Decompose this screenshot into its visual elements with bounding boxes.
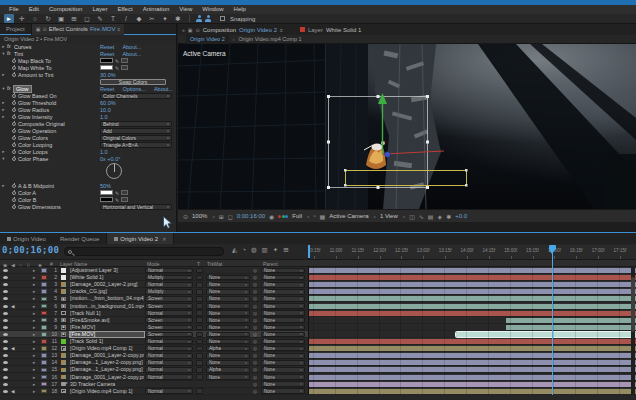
- expand-arrow-icon[interactable]: ▸: [33, 389, 35, 394]
- layer-label-swatch[interactable]: [41, 353, 47, 358]
- twirl-icon[interactable]: ▸: [0, 100, 7, 105]
- composition-viewport[interactable]: Active Camera: [178, 44, 636, 209]
- preserve-transparency-toggle[interactable]: [196, 289, 203, 295]
- layer-row-1[interactable]: ▸1[Adjustment Layer 3]Normal˅◎None˅: [0, 267, 636, 274]
- visibility-eye-icon[interactable]: [3, 290, 8, 293]
- layer-row-11[interactable]: ▸11[Track Solid 1]Normal˅None˅◎None˅: [0, 338, 636, 345]
- layer-label-swatch[interactable]: [41, 339, 47, 344]
- layer-row-13[interactable]: ▸13[Damage_0001_Layer-2-copy.png]Normal˅…: [0, 352, 636, 359]
- preserve-transparency-toggle[interactable]: [196, 346, 203, 352]
- color-swatch[interactable]: [100, 190, 113, 195]
- layer-label-swatch[interactable]: [41, 375, 47, 380]
- layer-name[interactable]: 3D Tracker Camera: [70, 382, 144, 388]
- transparency-grid-icon[interactable]: ▦: [320, 213, 326, 220]
- preserve-transparency-toggle[interactable]: [196, 374, 203, 380]
- parent-select[interactable]: None˅: [261, 360, 305, 366]
- blend-mode-select[interactable]: Screen˅: [145, 325, 193, 331]
- parent-select[interactable]: None˅: [261, 289, 305, 295]
- stopwatch-icon[interactable]: [12, 129, 16, 133]
- layer-duration-bar[interactable]: [309, 289, 636, 294]
- panel-menu-icon[interactable]: ≡: [118, 26, 121, 32]
- stopwatch-icon[interactable]: [12, 59, 16, 63]
- layer-row-4[interactable]: ▸4[cracks_CG.jpg]Multiply˅None˅◎None˅: [0, 288, 636, 295]
- expand-arrow-icon[interactable]: ▸: [33, 296, 35, 301]
- view-layout-select[interactable]: 1 View: [380, 213, 398, 219]
- preserve-transparency-toggle[interactable]: [196, 339, 203, 345]
- layer-label-swatch[interactable]: [41, 282, 47, 287]
- track-matte-select[interactable]: None˅: [206, 275, 250, 281]
- layer-track[interactable]: [308, 374, 636, 381]
- visibility-eye-icon[interactable]: [3, 276, 8, 279]
- z-axis-handle[interactable]: [385, 152, 391, 158]
- expand-arrow-icon[interactable]: ▸: [33, 360, 35, 365]
- stopwatch-icon[interactable]: [12, 184, 16, 188]
- effect-name[interactable]: Tint: [14, 51, 23, 57]
- menu-effect[interactable]: Effect: [112, 5, 137, 14]
- property-dropdown[interactable]: Triangle A>B>A˅: [100, 142, 172, 148]
- timeline-scrollbar[interactable]: [631, 267, 635, 395]
- expand-arrow-icon[interactable]: ▸: [33, 332, 35, 337]
- parent-pickwhip-icon[interactable]: ◎: [253, 367, 257, 372]
- mask-shape-tool-icon[interactable]: ◻: [82, 14, 92, 23]
- options-link[interactable]: Options...: [122, 86, 146, 92]
- fast-preview-icon[interactable]: ∿: [419, 213, 424, 220]
- layer-name[interactable]: [White Solid 1]: [70, 275, 144, 281]
- parent-pickwhip-icon[interactable]: ◎: [253, 304, 257, 309]
- eyedropper-icon[interactable]: ✎: [115, 197, 119, 203]
- stopwatch-icon[interactable]: [12, 143, 16, 147]
- blend-mode-select[interactable]: Normal˅: [145, 367, 193, 373]
- exposure-value[interactable]: +0.0: [455, 213, 467, 219]
- parent-pickwhip-icon[interactable]: ◎: [253, 332, 257, 337]
- layer-track[interactable]: [308, 303, 636, 310]
- track-matte-select[interactable]: None˅: [206, 339, 250, 345]
- parent-select[interactable]: None˅: [261, 268, 305, 274]
- layer-row-2[interactable]: ▸2[White Solid 1]Multiply˅None˅◎None˅: [0, 274, 636, 281]
- expand-arrow-icon[interactable]: ▸: [33, 282, 35, 287]
- layer-row-12[interactable]: ◀▸12[Origin Video.mp4 Comp 1]Normal˅Alph…: [0, 345, 636, 352]
- layer-label-swatch[interactable]: [41, 268, 47, 273]
- twirl-icon[interactable]: ▾: [0, 51, 7, 56]
- pen-tool-icon[interactable]: ✎: [95, 14, 105, 23]
- layer-row-5[interactable]: ▸5[motion..._from_bottom_04.mp4]Screen˅N…: [0, 295, 636, 302]
- blend-mode-select[interactable]: Normal˅: [145, 339, 193, 345]
- parent-select[interactable]: None˅: [261, 381, 305, 387]
- layer-name[interactable]: [Fire.MOV]: [70, 325, 144, 331]
- expand-arrow-icon[interactable]: ▸: [33, 375, 35, 380]
- layer-name[interactable]: [Track Null 1]: [70, 311, 144, 317]
- layer-name[interactable]: [cracks_CG.jpg]: [70, 289, 144, 295]
- parent-select[interactable]: None˅: [261, 339, 305, 345]
- preserve-transparency-toggle[interactable]: [196, 367, 203, 373]
- region-of-interest-icon[interactable]: ▫: [313, 213, 315, 219]
- layer-duration-bar[interactable]: [309, 275, 636, 280]
- blend-mode-select[interactable]: Multiply˅: [145, 289, 193, 295]
- visibility-eye-icon[interactable]: [3, 326, 8, 329]
- blend-mode-select[interactable]: Normal˅: [145, 310, 193, 316]
- property-number-value[interactable]: 30.0%: [100, 72, 116, 78]
- comp-flowchart-icon[interactable]: ⊞: [283, 246, 288, 254]
- stopwatch-icon[interactable]: [12, 94, 16, 98]
- tab-render-queue[interactable]: Render Queue: [53, 233, 106, 244]
- parent-select[interactable]: None˅: [261, 353, 305, 359]
- track-matte-select[interactable]: None˅: [206, 374, 250, 380]
- layer-track[interactable]: [308, 331, 636, 338]
- blend-mode-select[interactable]: Normal˅: [145, 282, 193, 288]
- expand-arrow-icon[interactable]: ▸: [33, 289, 35, 294]
- blend-mode-select[interactable]: Screen˅: [145, 332, 193, 338]
- layer-duration-bar[interactable]: [309, 367, 636, 372]
- preserve-transparency-toggle[interactable]: [196, 360, 203, 366]
- parent-pickwhip-icon[interactable]: ◎: [253, 318, 257, 323]
- parent-select[interactable]: None˅: [261, 332, 305, 338]
- tab-project[interactable]: Project: [0, 26, 31, 32]
- blend-mode-select[interactable]: Normal˅: [145, 388, 193, 394]
- property-number-value[interactable]: 1.0: [100, 114, 108, 120]
- track-matte-select[interactable]: None˅: [206, 296, 250, 302]
- track-matte-select[interactable]: None˅: [206, 303, 250, 309]
- layer-duration-bar[interactable]: [309, 360, 636, 365]
- menu-layer[interactable]: Layer: [87, 5, 112, 14]
- camera-view-select[interactable]: Active Camera: [329, 213, 368, 219]
- preview-time[interactable]: 0:00:16:00: [237, 213, 265, 219]
- exposure-gear-icon[interactable]: ✱: [446, 213, 451, 220]
- magnification-menu-icon[interactable]: ⊙: [183, 213, 188, 220]
- track-matte-select[interactable]: Alpha˅: [206, 367, 250, 373]
- layer-label-swatch[interactable]: [41, 318, 47, 323]
